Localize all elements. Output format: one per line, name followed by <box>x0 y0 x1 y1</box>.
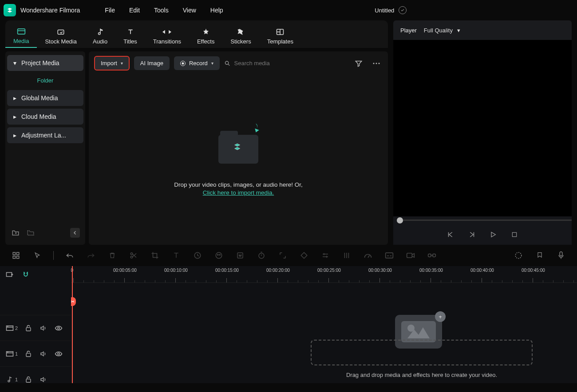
playhead[interactable]: ✂ <box>72 266 73 383</box>
tab-titles[interactable]: Titles <box>115 24 145 48</box>
chevron-down-icon: ▾ <box>457 27 460 34</box>
menu-tools[interactable]: Tools <box>147 4 176 16</box>
more-icon[interactable] <box>370 57 383 70</box>
mute-icon[interactable] <box>39 324 48 333</box>
mute-icon[interactable] <box>39 349 48 358</box>
templates-icon <box>276 27 285 36</box>
ai-image-button[interactable]: AI Image <box>134 56 170 70</box>
media-icon <box>17 27 26 36</box>
tab-templates[interactable]: Templates <box>259 24 301 48</box>
split-icon[interactable] <box>128 250 139 261</box>
app-name: Wondershare Filmora <box>20 7 80 14</box>
sidebar-item-folder[interactable]: Folder <box>7 71 83 90</box>
playhead-handle[interactable]: ✂ <box>71 297 76 306</box>
marker-icon[interactable] <box>534 250 545 261</box>
filter-icon[interactable] <box>352 57 365 70</box>
svg-rect-29 <box>26 327 31 331</box>
svg-point-6 <box>376 63 377 64</box>
tab-audio[interactable]: Audio <box>85 24 115 48</box>
svg-point-13 <box>130 253 133 255</box>
time-label: 00:00:10:00 <box>164 268 188 273</box>
collapse-sidebar-icon[interactable] <box>70 228 80 238</box>
delete-icon[interactable] <box>107 250 118 261</box>
sidebar-item-adjustment-layer[interactable]: ▸ Adjustment La... <box>7 127 83 143</box>
keyframe-icon[interactable] <box>299 250 309 261</box>
speed-icon[interactable] <box>192 250 203 261</box>
svg-point-14 <box>130 256 133 259</box>
svg-rect-27 <box>7 273 12 277</box>
cursor-icon[interactable] <box>32 250 43 261</box>
record-button[interactable]: Record ▾ <box>174 56 220 70</box>
add-track-icon[interactable] <box>5 270 14 279</box>
track-area[interactable]: 00:0000:00:05:0000:00:10:0000:00:15:0000… <box>71 266 577 383</box>
adjust-icon[interactable] <box>320 250 331 261</box>
render-icon[interactable] <box>513 250 524 261</box>
svg-point-5 <box>373 63 375 64</box>
speedometer-icon[interactable] <box>363 250 373 261</box>
media-drop-area[interactable]: Drop your video clips, images, or audio … <box>89 75 388 245</box>
subtitle-icon[interactable] <box>384 250 395 261</box>
player-viewport[interactable] <box>393 40 572 216</box>
delete-folder-icon[interactable] <box>26 228 36 238</box>
mute-icon[interactable] <box>39 375 48 384</box>
visibility-icon[interactable] <box>54 349 63 358</box>
titles-icon <box>126 27 135 36</box>
new-folder-icon[interactable] <box>11 228 20 238</box>
stop-button[interactable] <box>509 229 520 240</box>
player-label: Player <box>400 27 417 34</box>
lock-icon[interactable] <box>24 324 33 333</box>
audio-mixer-icon[interactable] <box>341 250 352 261</box>
sidebar-item-cloud-media[interactable]: ▸ Cloud Media <box>7 109 83 125</box>
media-panel: Import ▾ AI Image Record ▾ <box>89 51 388 245</box>
scrubber-handle[interactable] <box>397 217 403 223</box>
timeline-drop-zone[interactable] <box>311 340 533 365</box>
link-icon[interactable] <box>427 250 437 261</box>
sidebar-item-global-media[interactable]: ▸ Global Media <box>7 90 83 106</box>
layout-icon[interactable] <box>11 250 21 261</box>
magnet-icon[interactable] <box>21 270 30 279</box>
import-media-link[interactable]: Click here to import media. <box>203 189 274 196</box>
menu-file[interactable]: File <box>98 4 122 16</box>
ai-tool-icon[interactable] <box>235 250 245 261</box>
tab-media[interactable]: Media <box>5 24 37 48</box>
timeline: 2 1 1 00:0000:00:05:0000:00:10:0000:00:1… <box>0 266 577 383</box>
timer-icon[interactable] <box>256 250 267 261</box>
camera-icon[interactable] <box>405 250 416 261</box>
prev-frame-button[interactable] <box>445 229 456 240</box>
svg-point-2 <box>98 32 100 35</box>
visibility-icon[interactable] <box>54 324 63 333</box>
redo-icon[interactable] <box>86 250 96 261</box>
expand-icon[interactable] <box>277 250 288 261</box>
app-logo <box>4 4 16 16</box>
menu-view[interactable]: View <box>176 4 203 16</box>
svg-point-18 <box>219 254 220 255</box>
quality-select[interactable]: Full Quality ▾ <box>424 27 460 34</box>
svg-point-17 <box>217 254 218 255</box>
audio-icon <box>96 27 105 36</box>
tab-stickers[interactable]: Stickers <box>222 24 259 48</box>
timeline-ruler[interactable]: 00:0000:00:05:0000:00:10:0000:00:15:0000… <box>71 266 577 283</box>
timeline-toolbar <box>0 245 577 266</box>
play-button[interactable] <box>488 229 498 240</box>
sidebar-item-project-media[interactable]: ▾ Project Media <box>7 55 83 71</box>
sync-status-icon[interactable] <box>399 6 407 14</box>
svg-point-33 <box>58 353 60 355</box>
crop-icon[interactable] <box>150 250 160 261</box>
undo-icon[interactable] <box>64 250 75 261</box>
color-icon[interactable] <box>213 250 224 261</box>
import-button[interactable]: Import ▾ <box>94 56 130 71</box>
menu-edit[interactable]: Edit <box>122 4 147 16</box>
menu-help[interactable]: Help <box>203 4 230 16</box>
step-forward-button[interactable] <box>466 229 477 240</box>
tab-effects[interactable]: Effects <box>189 24 223 48</box>
lock-icon[interactable] <box>24 375 33 384</box>
text-tool-icon[interactable] <box>171 250 182 261</box>
record-icon <box>180 61 186 66</box>
mic-icon[interactable] <box>556 250 566 261</box>
player-scrubber[interactable] <box>393 216 572 224</box>
search-input[interactable] <box>234 60 348 67</box>
tab-stock-media[interactable]: Stock Media <box>37 24 85 48</box>
time-label: 00:00:25:00 <box>317 268 341 273</box>
tab-transitions[interactable]: Transitions <box>145 24 189 48</box>
lock-icon[interactable] <box>24 349 33 358</box>
